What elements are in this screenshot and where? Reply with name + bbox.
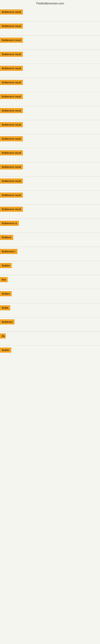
bottleneck-badge[interactable]: Bottler <box>0 348 11 352</box>
bottleneck-badge[interactable]: Bottleneck r <box>0 249 17 254</box>
divider <box>0 78 100 78</box>
divider <box>0 331 100 332</box>
bottleneck-badge[interactable]: Bottleneck result <box>0 80 23 85</box>
divider <box>0 345 100 346</box>
bottleneck-item: Bottler <box>0 343 100 358</box>
bottleneck-item: Bo <box>0 329 100 343</box>
bottleneck-item: Bottleneck result <box>0 160 100 174</box>
bottleneck-badge[interactable]: Bottleneck result <box>0 122 23 127</box>
bottleneck-item: Bottleneck result <box>0 19 100 34</box>
divider <box>0 64 100 64</box>
bottleneck-badge[interactable]: Bottleneck re <box>0 221 19 226</box>
page-container: TheBottlenecker.com Bottleneck resultBot… <box>0 0 100 358</box>
bottleneck-item: Bottleneck result <box>0 76 100 90</box>
bottleneck-item: Bottleneck result <box>0 90 100 104</box>
bottleneck-item: Bottleneck result <box>0 48 100 62</box>
divider <box>0 261 100 261</box>
bottleneck-item: Bottleneck result <box>0 118 100 132</box>
bottleneck-badge[interactable]: Bottlen <box>0 291 12 296</box>
bottleneck-badge[interactable]: Bottleneck result <box>0 108 23 113</box>
divider <box>0 92 100 92</box>
divider <box>0 176 100 176</box>
divider <box>0 162 100 162</box>
divider <box>0 303 100 303</box>
bottleneck-badge[interactable]: Bottlenec <box>0 320 14 324</box>
divider <box>0 247 100 247</box>
bottleneck-badge[interactable]: Bottleneck result <box>0 178 23 184</box>
bottleneck-badge[interactable]: Bottleneck result <box>0 52 23 57</box>
bottleneck-badge[interactable]: Bottleneck result <box>0 66 23 71</box>
bottleneck-badge[interactable]: Bottleneck result <box>0 94 23 99</box>
bottleneck-item: Bottlen <box>0 259 100 273</box>
bottleneck-item: Bottleneck re <box>0 216 100 231</box>
bottleneck-item: Bottleneck result <box>0 146 100 160</box>
bottleneck-badge[interactable]: Bottleneck result <box>0 192 23 198</box>
bottleneck-item: Bottleneck result <box>0 132 100 146</box>
bottleneck-item: Bottleneck result <box>0 62 100 76</box>
bottleneck-item: Bottleneck result <box>0 202 100 216</box>
bottleneck-badge[interactable]: Bottleneck result <box>0 207 23 212</box>
divider <box>0 120 100 120</box>
divider <box>0 218 100 219</box>
bottleneck-item: Bottlene <box>0 231 100 245</box>
bottleneck-badge[interactable]: Bottleneck result <box>0 24 23 28</box>
divider <box>0 148 100 148</box>
bottleneck-badge[interactable]: Bottle <box>0 305 10 310</box>
bottleneck-item: Bottlen <box>0 287 100 301</box>
divider <box>0 204 100 205</box>
bottleneck-item: Bottlenec <box>0 315 100 329</box>
bottleneck-item: Bottleneck result <box>0 8 100 19</box>
bottleneck-badge[interactable]: Bottleneck result <box>0 150 23 155</box>
bottleneck-item: Bottleneck result <box>0 188 100 202</box>
divider <box>0 21 100 22</box>
site-title: TheBottlenecker.com <box>0 0 100 8</box>
bottleneck-item: Bottleneck result <box>0 34 100 48</box>
items-container: Bottleneck resultBottleneck resultBottle… <box>0 8 100 358</box>
bottleneck-item: Bottleneck result <box>0 174 100 188</box>
bottleneck-badge[interactable]: Bottleneck result <box>0 164 23 170</box>
bottleneck-item: Bot <box>0 273 100 287</box>
divider <box>0 289 100 289</box>
divider <box>0 134 100 134</box>
bottleneck-item: Bottleneck r <box>0 245 100 259</box>
bottleneck-badge[interactable]: Bottlene <box>0 235 13 240</box>
bottleneck-badge[interactable]: Bottleneck result <box>0 38 23 43</box>
bottleneck-badge[interactable]: Bot <box>0 277 8 282</box>
bottleneck-badge[interactable]: Bottlen <box>0 263 12 268</box>
bottleneck-badge[interactable]: Bottleneck result <box>0 136 23 141</box>
bottleneck-item: Bottle <box>0 301 100 315</box>
divider <box>0 106 100 106</box>
bottleneck-badge[interactable]: Bo <box>0 334 6 338</box>
bottleneck-badge[interactable]: Bottleneck result <box>0 10 23 14</box>
divider <box>0 50 100 50</box>
bottleneck-item: Bottleneck result <box>0 104 100 118</box>
